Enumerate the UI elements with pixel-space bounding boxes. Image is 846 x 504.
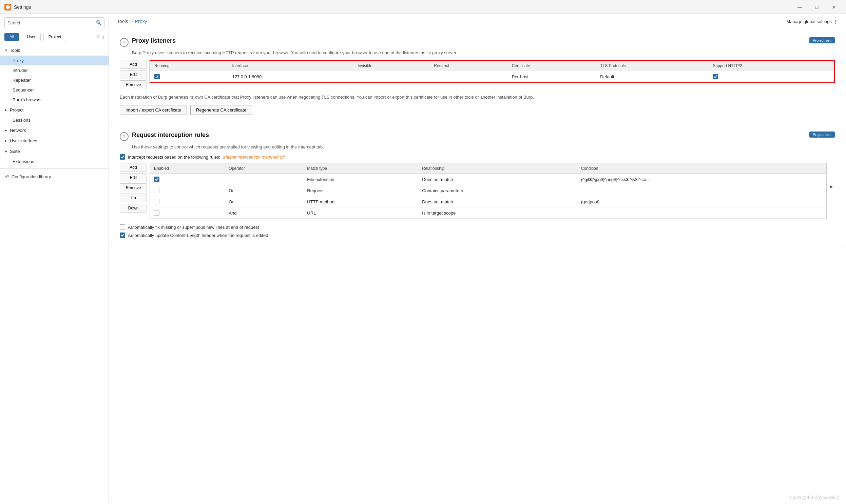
interception-project-settings[interactable]: Project sett	[809, 131, 835, 138]
search-box[interactable]: 🔍	[4, 17, 104, 28]
auto-fix-checkbox[interactable]	[120, 224, 125, 230]
col-redirect: Redirect	[430, 61, 507, 71]
watermark: CSDN @泪不是Web你而流	[790, 495, 839, 501]
window-title: Settings	[14, 4, 31, 10]
listeners-table: Running Interface Invisible Redirect Cer…	[150, 61, 834, 83]
minimize-button[interactable]: —	[792, 2, 808, 12]
intercept-check-row: Intercept requests based on the followin…	[120, 154, 835, 160]
listeners-actions: Add Edit Remove	[120, 60, 147, 89]
auto-update-checkbox[interactable]	[120, 233, 125, 238]
rule-cond-0: (^gif$|^jpg$|^png$|^css$|^js$|^ico...	[577, 174, 826, 185]
master-off-text: Master interception is turned off	[223, 155, 284, 160]
group-project[interactable]: ► Project	[0, 105, 108, 115]
sidebar: 🔍 All User Project ≡ ↕ ▼ Tools Pro	[0, 14, 109, 504]
rule-enabled-1	[150, 185, 225, 196]
auto-update-label: Automatically update Content-Length head…	[128, 233, 268, 238]
intercept-checkbox[interactable]	[120, 154, 125, 160]
bottom-checks: Automatically fix missing or superfluous…	[120, 224, 835, 238]
table-row[interactable]: And URL Is in target scope	[150, 208, 826, 219]
help-icon-interception: ?	[120, 132, 128, 141]
rule-checkbox-1[interactable]	[154, 188, 159, 193]
rule-rel-0: Does not match	[418, 174, 577, 185]
rule-cond-2: (get|post)	[577, 196, 826, 208]
table-row[interactable]: 127.0.0.1:8080 Per-host Default	[150, 71, 834, 83]
book-icon: ☍	[4, 174, 9, 179]
main-panel: Tools > Proxy Manage global settings ⋮ ?…	[109, 14, 846, 504]
sidebar-divider	[0, 168, 108, 169]
cell-http2	[709, 71, 834, 83]
col-running: Running	[150, 61, 228, 71]
maximize-button[interactable]: □	[809, 2, 825, 12]
table-row[interactable]: Or HTTP method Does not match (get|post)	[150, 196, 826, 208]
rules-add-button[interactable]: Add	[120, 163, 147, 172]
chevron-right-icon-2: ►	[4, 128, 8, 132]
sidebar-item-proxy[interactable]: Proxy	[0, 56, 108, 66]
listeners-edit-button[interactable]: Edit	[120, 70, 147, 79]
rule-operator-3: And	[225, 208, 303, 219]
rule-operator-2: Or	[225, 196, 303, 208]
group-network[interactable]: ► Network	[0, 125, 108, 136]
group-suite-label: Suite	[10, 149, 20, 154]
breadcrumb-sep: >	[130, 19, 133, 24]
search-input[interactable]	[7, 20, 96, 25]
listeners-add-button[interactable]: Add	[120, 60, 147, 69]
auto-update-row: Automatically update Content-Length head…	[120, 233, 835, 238]
rule-match-0: File extension	[303, 174, 418, 185]
sidebar-item-sessions[interactable]: Sessions	[0, 115, 108, 125]
group-tools[interactable]: ▼ Tools	[0, 45, 108, 56]
scroll-right-icon[interactable]: ►	[828, 183, 835, 190]
proxy-listeners-section: ? Proxy listeners Project sett Burp Prox…	[109, 29, 846, 123]
sidebar-item-sequencer[interactable]: Sequencer	[0, 85, 108, 95]
rule-checkbox-0[interactable]	[154, 177, 159, 182]
col-invisible: Invisible	[353, 61, 430, 71]
col-enabled: Enabled	[150, 163, 225, 174]
listeners-remove-button[interactable]: Remove	[120, 80, 147, 89]
import-export-ca-button[interactable]: Import / export CA certificate	[120, 105, 187, 115]
rule-rel-1: Contains parameters	[418, 185, 577, 196]
table-row[interactable]: File extension Does not match (^gif$|^jp…	[150, 174, 826, 185]
config-library[interactable]: ☍ Configuration library	[0, 171, 108, 183]
rule-match-2: HTTP method	[303, 196, 418, 208]
rule-enabled-3	[150, 208, 225, 219]
rule-checkbox-3[interactable]	[154, 210, 159, 216]
col-interface: Interface	[228, 61, 353, 71]
sidebar-item-burps-browser[interactable]: Burp's browser	[0, 95, 108, 105]
sidebar-item-extensions[interactable]: Extensions	[0, 157, 108, 166]
help-icon-listeners: ?	[120, 38, 128, 47]
content-area: ? Proxy listeners Project sett Burp Prox…	[109, 29, 846, 504]
checkbox-http2[interactable]	[713, 74, 718, 79]
filter-icon-2[interactable]: ↕	[102, 34, 104, 40]
table-row[interactable]: Or Request Contains parameters	[150, 185, 826, 196]
rule-enabled-2	[150, 196, 225, 208]
rule-enabled-0	[150, 174, 225, 185]
rules-edit-button[interactable]: Edit	[120, 173, 147, 182]
close-button[interactable]: ✕	[826, 2, 842, 12]
breadcrumb-root: Tools	[117, 19, 128, 24]
regenerate-ca-button[interactable]: Regenerate CA certificate	[190, 105, 252, 115]
rule-operator-1: Or	[225, 185, 303, 196]
rules-remove-button[interactable]: Remove	[120, 183, 147, 192]
auto-fix-row: Automatically fix missing or superfluous…	[120, 224, 835, 230]
rule-checkbox-2[interactable]	[154, 199, 159, 204]
filter-all[interactable]: All	[4, 33, 19, 41]
filter-icon-1[interactable]: ≡	[97, 34, 100, 40]
manage-settings-button[interactable]: Manage global settings ⋮	[786, 19, 838, 24]
rules-down-button[interactable]: Down	[120, 204, 147, 213]
filter-user[interactable]: User	[22, 33, 40, 41]
section-header-interception: ? Request interception rules Project set…	[120, 131, 835, 141]
filter-project[interactable]: Project	[44, 33, 66, 41]
more-icon: ⋮	[833, 19, 838, 24]
group-network-label: Network	[10, 128, 26, 133]
sidebar-item-intruder[interactable]: Intruder	[0, 66, 108, 75]
group-suite[interactable]: ► Suite	[0, 146, 108, 157]
sidebar-item-repeater[interactable]: Repeater	[0, 75, 108, 85]
interception-desc: Use these settings to control which requ…	[120, 144, 835, 149]
col-operator: Operator	[225, 163, 303, 174]
breadcrumb-current: Proxy	[135, 19, 147, 24]
group-user-interface[interactable]: ► User interface	[0, 136, 108, 146]
checkbox-running[interactable]	[154, 74, 160, 79]
proxy-listeners-title: Proxy listeners	[132, 37, 176, 44]
chevron-right-icon-3: ►	[4, 139, 8, 143]
proxy-listeners-project-settings[interactable]: Project sett	[809, 37, 835, 43]
rules-up-button[interactable]: Up	[120, 194, 147, 202]
